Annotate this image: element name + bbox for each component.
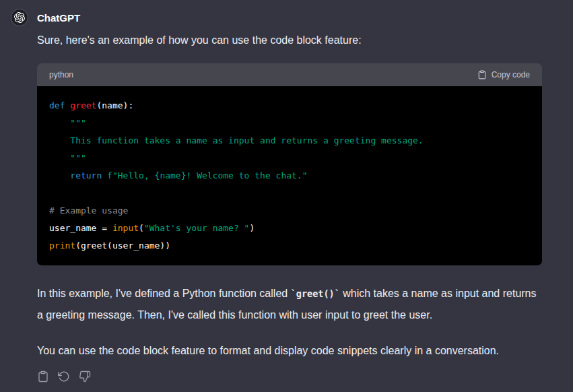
code-line: return f"Hello, {name}! Welcome to the c… [49,167,530,185]
code-block: python Copy code def greet(name): """ Th… [37,63,542,265]
code-line [49,185,530,202]
thumbs-down-icon [79,370,91,383]
copy-code-label: Copy code [492,70,530,79]
code-line: """ [49,150,530,167]
code-language-label: python [49,70,73,79]
code-content: def greet(name): """ This function takes… [37,86,542,265]
code-line: def greet(name): [49,97,530,115]
paragraph-1: In this example, I've defined a Python f… [37,283,542,325]
copy-response-button[interactable] [37,370,49,383]
code-line: This function takes a name as input and … [49,132,530,150]
intro-paragraph: Sure, here's an example of how you can u… [37,31,542,50]
clipboard-icon [37,370,49,383]
paragraph-2: You can use the code block feature to fo… [37,340,542,361]
message-header: ChatGPT [11,8,542,27]
regenerate-button[interactable] [58,370,70,383]
code-block-header: python Copy code [37,63,542,86]
code-line: user_name = input("What's your name? ") [49,220,530,237]
chatgpt-avatar [11,9,28,26]
code-line: """ [49,115,530,132]
code-line: print(greet(user_name)) [49,237,530,255]
message-actions [37,370,542,383]
copy-code-button[interactable]: Copy code [477,70,530,79]
thumbs-down-button[interactable] [79,370,91,383]
code-line: # Example usage [49,202,530,220]
message-content: Sure, here's an example of how you can u… [37,31,542,383]
openai-logo-icon [14,12,25,23]
clipboard-icon [477,70,487,79]
rotate-ccw-icon [58,370,70,383]
sender-name: ChatGPT [37,12,80,24]
assistant-message: ChatGPT Sure, here's an example of how y… [11,8,542,383]
